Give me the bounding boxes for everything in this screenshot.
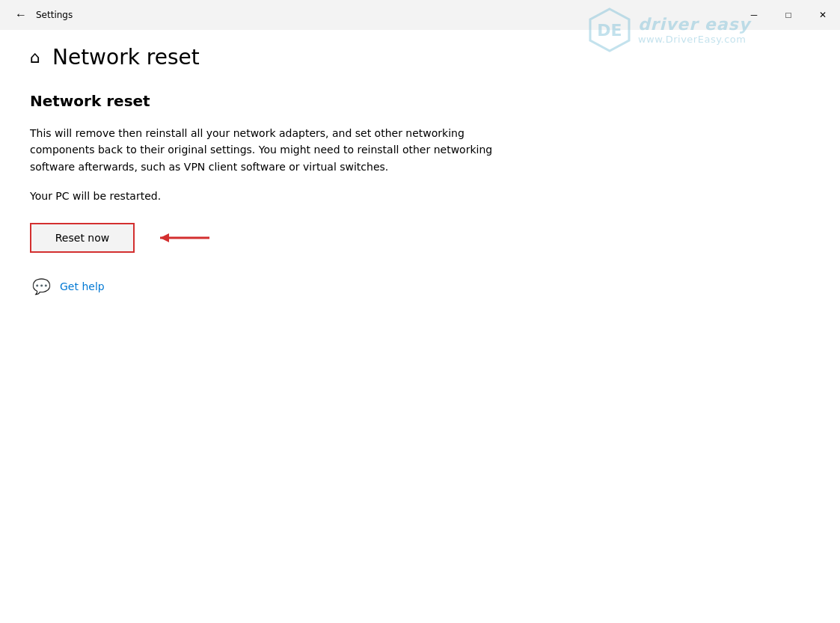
arrow-icon [150, 230, 209, 245]
settings-window: ← Settings DE driver easy www.DriverEasy… [0, 0, 840, 623]
page-title: Network reset [52, 45, 200, 70]
page-header: ⌂ Network reset [30, 45, 810, 70]
description-text: This will remove then reinstall all your… [30, 125, 524, 175]
main-content: ⌂ Network reset Network reset This will … [0, 30, 840, 623]
minimize-button[interactable]: ─ [737, 0, 771, 30]
get-help-link[interactable]: Get help [60, 280, 105, 292]
get-help-row: 💬 Get help [30, 275, 810, 298]
titlebar-title: Settings [36, 10, 73, 20]
close-button[interactable]: ✕ [806, 0, 840, 30]
reset-button-row: Reset now [30, 223, 810, 253]
window-controls: ─ □ ✕ [737, 0, 840, 30]
restart-note: Your PC will be restarted. [30, 190, 810, 202]
arrow-indicator [150, 230, 209, 245]
maximize-button[interactable]: □ [771, 0, 806, 30]
back-button[interactable]: ← [9, 3, 33, 27]
reset-now-button[interactable]: Reset now [30, 223, 135, 253]
svg-marker-3 [160, 233, 169, 242]
section-title: Network reset [30, 92, 810, 110]
help-chat-icon: 💬 [30, 275, 52, 298]
titlebar: ← Settings DE driver easy www.DriverEasy… [0, 0, 840, 30]
home-icon: ⌂ [30, 48, 40, 67]
